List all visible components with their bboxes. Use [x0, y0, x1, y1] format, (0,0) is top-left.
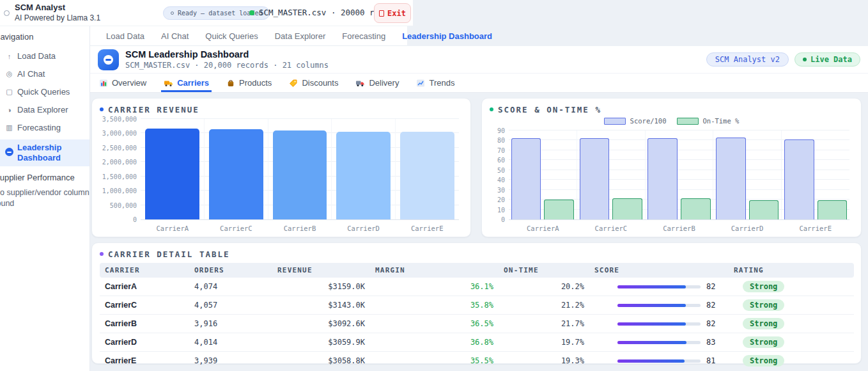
table-row-carriere: CarrierE3,939$3058.8K35.5%19.3%81Strong [100, 352, 854, 370]
chart-plot: 0500,0001,000,0001,500,0002,000,0002,500… [141, 119, 459, 220]
nav-tab-leadership-dashboard[interactable]: Leadership Dashboard [402, 31, 492, 41]
table-row-carriera: CarrierA4,074$3159.0K36.1%20.2%82Strong [100, 278, 854, 296]
category-slot-carrierb [645, 130, 713, 219]
y-tick-label: 2,500,000 [101, 144, 137, 151]
sidebar-item-data-explorer[interactable]: ◑Data Explorer [0, 104, 90, 116]
y-tick-label: 80 [491, 137, 505, 144]
bullet-icon [100, 252, 104, 256]
category-slot-carriere [781, 130, 849, 219]
content-area: CARRIER REVENUE 0500,0001,000,0001,500,0… [90, 93, 868, 364]
score-ontime-chart: Score/100On-Time %0102030405060708090Car… [490, 115, 853, 233]
score-value: 82 [706, 301, 715, 310]
exit-button[interactable]: Exit [374, 3, 411, 23]
sidebar-section-supplier-performance: Supplier Performance [0, 173, 90, 182]
legend-label: Score/100 [630, 117, 667, 125]
sidebar-item-leadership-dashboard[interactable]: Leadership Dashboard [0, 139, 90, 166]
dataset-badge: SCM_MASTER.csv · 20000 rows [249, 8, 389, 17]
nav-tab-ai-chat[interactable]: AI Chat [161, 31, 189, 41]
chart-plot: 0102030405060708090 [509, 130, 849, 220]
category-slot-carrierd [713, 130, 781, 219]
x-axis-labels: CarrierACarrierCCarrierBCarrierDCarrierE [141, 221, 459, 233]
column-header-on-time: ON-TIME [499, 263, 589, 278]
data-explorer-icon: ◑ [5, 106, 13, 114]
score-100-bar-carrierc [580, 138, 610, 219]
revenue-cell: $3092.6K [272, 315, 370, 333]
rating-cell: Strong [729, 315, 854, 333]
version-badge: SCM Analyst v2 [706, 52, 789, 67]
x-axis-labels: CarrierACarrierCCarrierBCarrierDCarrierE [509, 221, 849, 233]
y-tick-label: 3,000,000 [101, 130, 137, 137]
x-tick-label: CarrierC [577, 221, 646, 233]
category-slot-carrierc [577, 130, 645, 219]
bullet-icon [490, 107, 493, 111]
revenue-cell: $3058.8K [272, 352, 370, 370]
orders-cell: 4,074 [189, 278, 272, 296]
y-tick-label: 90 [491, 127, 505, 134]
green-dot-icon [249, 10, 254, 15]
revenue-bar-carrierd [336, 132, 391, 219]
carrier-cell: CarrierB [100, 315, 189, 333]
rating-badge: Strong [743, 318, 784, 329]
live-dot-icon [803, 58, 807, 61]
y-tick-label: 50 [491, 166, 505, 173]
sidebar-item-label: Load Data [17, 51, 56, 61]
nav-tab-quick-queries[interactable]: Quick Queries [205, 31, 258, 41]
discounts-icon [289, 79, 298, 88]
nav-tab-data-explorer[interactable]: Data Explorer [275, 31, 325, 41]
category-slot-carriere [395, 119, 459, 219]
status-dot-icon [171, 12, 174, 15]
y-tick-label: 1,500,000 [101, 173, 137, 180]
nav-tab-load-data[interactable]: Load Data [106, 31, 144, 41]
subtab-trends[interactable]: Trends [416, 74, 454, 92]
app-title: SCM Analyst [15, 3, 100, 13]
score-track [617, 359, 701, 363]
revenue-bar-carrierc [209, 129, 263, 219]
rating-badge: Strong [743, 299, 784, 311]
column-header-orders: ORDERS [189, 263, 272, 278]
score-cell: 82 [589, 296, 729, 315]
sidebar-item-forecasting[interactable]: ▥Forecasting [0, 122, 90, 134]
nav-tab-forecasting[interactable]: Forecasting [342, 31, 385, 41]
y-tick-label: 10 [491, 206, 505, 213]
margin-cell: 36.8% [370, 333, 499, 352]
score-bar: 83 [617, 338, 724, 347]
page-title: SCM Leadership Dashboard [125, 49, 329, 60]
score-value: 81 [706, 356, 715, 365]
subtab-label: Carriers [177, 78, 209, 88]
x-tick-label: CarrierD [713, 221, 782, 233]
margin-cell: 35.8% [370, 296, 499, 315]
subtab-label: Overview [112, 78, 146, 88]
score-value: 83 [706, 338, 715, 347]
category-slot-carriera [509, 130, 577, 219]
revenue-cell: $3143.0K [272, 296, 370, 315]
category-slot-carrierd [331, 119, 395, 219]
rating-cell: Strong [729, 278, 854, 296]
subtab-products[interactable]: Products [226, 74, 272, 92]
subtab-carriers[interactable]: Carriers [164, 74, 209, 92]
subtab-overview[interactable]: Overview [99, 74, 146, 92]
x-tick-label: CarrierA [141, 221, 205, 233]
app-brand: SCM Analyst AI Powered by Llama 3.1 [4, 3, 100, 23]
app-subtitle: AI Powered by Llama 3.1 [15, 13, 100, 23]
y-tick-label: 3,500,000 [101, 116, 137, 123]
y-tick-label: 1,000,000 [101, 187, 137, 194]
score-100-bar-carrierb [647, 138, 678, 219]
sidebar-section-navigation: Navigation [0, 32, 90, 42]
x-tick-label: CarrierE [395, 221, 459, 233]
chart-bars [141, 119, 459, 219]
on-time--bar-carriere [818, 200, 848, 219]
revenue-cell: $3059.9K [272, 333, 370, 352]
on-time--bar-carrierd [749, 200, 779, 219]
revenue-cell: $3159.0K [272, 278, 370, 296]
carrier-revenue-card: CARRIER REVENUE 0500,0001,000,0001,500,0… [91, 98, 471, 237]
leadership-icon [5, 148, 13, 156]
sidebar-item-quick-queries[interactable]: ▢Quick Queries [0, 86, 90, 98]
sidebar-item-ai-chat[interactable]: ◎AI Chat [0, 68, 90, 80]
door-icon [379, 10, 384, 17]
subtab-delivery[interactable]: Delivery [355, 74, 399, 92]
sidebar-item-load-data[interactable]: ↑Load Data [0, 50, 90, 62]
subtab-discounts[interactable]: Discounts [289, 74, 338, 92]
score-fill [617, 341, 686, 344]
score-bar: 81 [617, 356, 724, 365]
ontime-cell: 19.3% [499, 352, 589, 370]
